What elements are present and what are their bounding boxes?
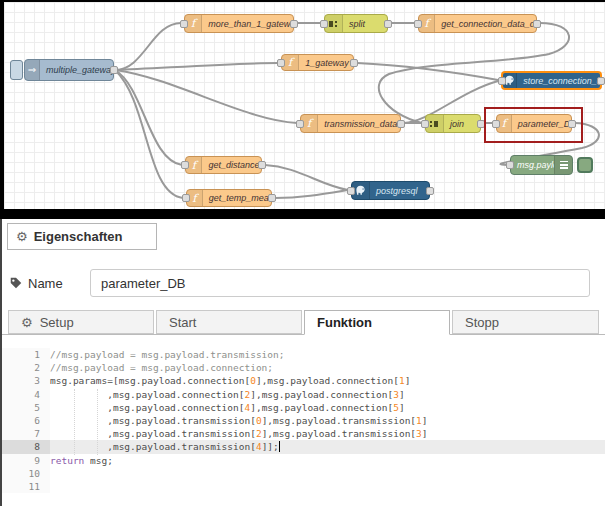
node-label: split <box>343 19 371 29</box>
output-port[interactable] <box>597 77 605 85</box>
line-number: 5 <box>2 401 50 414</box>
output-port[interactable] <box>258 161 266 169</box>
wire <box>265 165 348 190</box>
node-label: postgresql <box>370 186 424 196</box>
node-label: more_than_1_gatew <box>202 19 293 29</box>
input-port[interactable] <box>506 161 514 169</box>
wire <box>115 70 297 123</box>
output-port[interactable] <box>384 20 392 28</box>
code-line[interactable]: 5 ,msg.payload.connection[4],msg.payload… <box>2 401 605 414</box>
tab-start[interactable]: Start <box>156 310 302 334</box>
input-port[interactable] <box>498 77 506 85</box>
node-get-distance[interactable]: f get_distance <box>185 156 262 174</box>
code-line[interactable]: 4 ,msg.payload.connection[2],msg.payload… <box>2 388 605 401</box>
wire <box>115 63 278 70</box>
node-label: get_distance <box>202 160 261 170</box>
indent-guide <box>97 389 98 455</box>
line-number: 1 <box>2 348 50 361</box>
line-number: 7 <box>2 427 50 440</box>
panel-divider <box>0 209 605 219</box>
input-port[interactable] <box>277 59 285 67</box>
name-row: Name <box>10 268 600 298</box>
code-line[interactable]: 3msg.params=[msg.payload.connection[0],m… <box>2 374 605 387</box>
node-label: join <box>444 119 470 129</box>
node-msg-payload[interactable]: msg.payload <box>510 155 573 175</box>
tab-eigenschaften[interactable]: ⚙ Eigenschaften <box>7 223 157 250</box>
node-label: get_connection_data_db <box>435 19 536 29</box>
line-number: 6 <box>2 414 50 427</box>
code-line[interactable]: 6 ,msg.payload.transmission[0],msg.paylo… <box>2 414 605 427</box>
debug-list-icon <box>554 156 572 174</box>
tab-funktion[interactable]: Funktion <box>304 310 450 335</box>
node-label: get_temp_meas <box>203 193 271 203</box>
tab-setup[interactable]: ⚙ Setup <box>8 310 154 334</box>
input-port[interactable] <box>421 120 429 128</box>
indent-guide <box>74 389 75 455</box>
node-label: msg.payload <box>511 160 554 170</box>
node-get-temp-meas[interactable]: f get_temp_meas <box>186 189 272 207</box>
node-split[interactable]: split <box>324 14 388 33</box>
line-number: 10 <box>2 467 50 480</box>
line-number: 9 <box>2 454 50 467</box>
code-editor[interactable]: 1//msg.payload = msg.payload.transmissio… <box>2 345 605 506</box>
input-port[interactable] <box>180 20 188 28</box>
tab-stopp[interactable]: Stopp <box>452 310 599 334</box>
name-input[interactable] <box>90 269 590 297</box>
input-port[interactable] <box>320 20 328 28</box>
code-line[interactable]: 8 ,msg.payload.transmission[4]]; <box>2 440 605 453</box>
wire <box>115 70 183 198</box>
node-label: multiple_gateways <box>40 65 113 75</box>
inject-arrow-icon: ⇒ <box>25 60 40 80</box>
input-port[interactable] <box>181 161 189 169</box>
node-label: store_connection_data <box>517 76 600 86</box>
node-red-editor: ⇒ multiple_gateways f more_than_1_gatew … <box>0 0 605 506</box>
code-line[interactable]: 2//msg.payload = msg.payload.connection; <box>2 361 605 374</box>
selection-highlight-rectangle <box>484 107 583 143</box>
output-port[interactable] <box>290 20 298 28</box>
code-line[interactable]: 7 ,msg.payload.transmission[2],msg.paylo… <box>2 427 605 440</box>
line-number: 3 <box>2 374 50 387</box>
node-join[interactable]: join <box>425 114 481 133</box>
name-label: Name <box>10 276 90 291</box>
input-port[interactable] <box>347 187 355 195</box>
node-postgresql[interactable]: postgresql <box>351 181 430 200</box>
output-port[interactable] <box>268 194 276 202</box>
node-transmission-data[interactable]: f transmission_data <box>300 114 401 133</box>
node-store-connection-data[interactable]: store_connection_data <box>501 71 602 90</box>
code-line[interactable]: 10 <box>2 467 605 480</box>
wire <box>115 23 181 70</box>
code-line[interactable]: 1//msg.payload = msg.payload.transmissio… <box>2 348 605 361</box>
node-get-connection-data-db[interactable]: f get_connection_data_db <box>418 14 537 33</box>
gear-icon: ⚙ <box>16 229 28 244</box>
output-port[interactable] <box>426 187 434 195</box>
wire <box>275 190 348 198</box>
code-line[interactable]: 11 <box>2 480 605 493</box>
node-label: 1_gateway <box>299 58 353 68</box>
input-port[interactable] <box>414 20 422 28</box>
output-port[interactable] <box>533 20 541 28</box>
line-number: 11 <box>2 480 50 493</box>
text-cursor <box>279 441 280 452</box>
inject-button[interactable] <box>10 60 23 80</box>
line-number: 2 <box>2 361 50 374</box>
flow-canvas[interactable]: ⇒ multiple_gateways f more_than_1_gatew … <box>0 0 605 209</box>
node-multiple-gateways[interactable]: ⇒ multiple_gateways <box>24 59 114 81</box>
debug-toggle-button[interactable] <box>577 157 593 173</box>
function-tabbar: ⚙ Setup Start Funktion Stopp <box>2 310 605 335</box>
line-number: 8 <box>2 440 50 453</box>
output-port[interactable] <box>350 59 358 67</box>
line-number: 4 <box>2 388 50 401</box>
node-more-than-1-gatew[interactable]: f more_than_1_gatew <box>184 14 294 33</box>
output-port[interactable] <box>397 120 405 128</box>
gear-icon: ⚙ <box>21 315 33 330</box>
node-label: transmission_data <box>318 119 400 129</box>
properties-tab-label: Eigenschaften <box>34 229 123 244</box>
code-line[interactable]: 9return msg; <box>2 454 605 467</box>
input-port[interactable] <box>296 120 304 128</box>
output-port[interactable] <box>110 66 118 74</box>
input-port[interactable] <box>182 194 190 202</box>
node-1-gateway[interactable]: f 1_gateway <box>281 54 354 71</box>
tag-icon <box>10 277 22 289</box>
properties-panel: ⚙ Eigenschaften Name ⚙ Setup Start Funkt… <box>0 219 605 506</box>
